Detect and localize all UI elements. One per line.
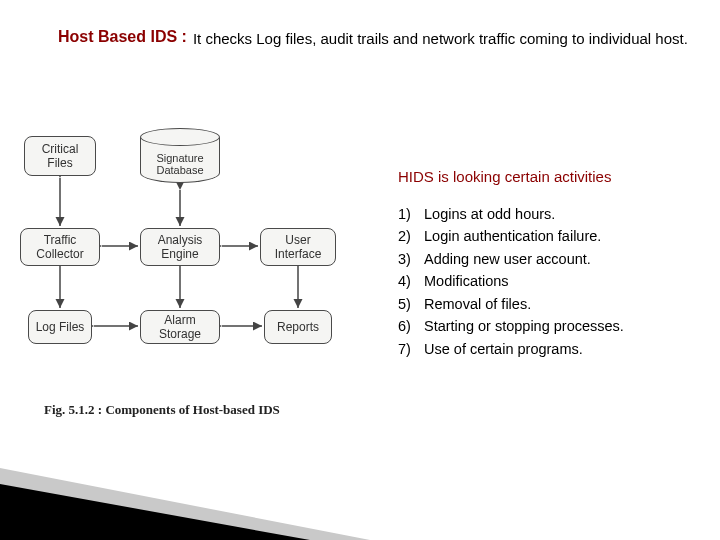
activities-list: 1)Logins at odd hours. 2)Login authentic… — [398, 203, 708, 360]
node-reports: Reports — [264, 310, 332, 344]
list-item: 6)Starting or stopping processes. — [398, 315, 708, 337]
list-item: 7)Use of certain programs. — [398, 338, 708, 360]
node-critical-files: Critical Files — [24, 136, 96, 176]
activities-block: HIDS is looking certain activities 1)Log… — [398, 168, 708, 360]
list-item: 1)Logins at odd hours. — [398, 203, 708, 225]
page-title: Host Based IDS : — [58, 28, 187, 46]
diagram-caption: Fig. 5.1.2 : Components of Host-based ID… — [44, 402, 280, 418]
list-item: 5)Removal of files. — [398, 293, 708, 315]
node-traffic-collector: Traffic Collector — [20, 228, 100, 266]
list-item: 3)Adding new user account. — [398, 248, 708, 270]
list-item: 2)Login authentication failure. — [398, 225, 708, 247]
node-user-interface: User Interface — [260, 228, 336, 266]
activities-heading: HIDS is looking certain activities — [398, 168, 708, 185]
header: Host Based IDS : It checks Log files, au… — [58, 28, 690, 49]
node-alarm-storage: Alarm Storage — [140, 310, 220, 344]
node-signature-database: Signature Database — [140, 128, 220, 188]
decorative-wedge — [0, 484, 310, 540]
node-analysis-engine: Analysis Engine — [140, 228, 220, 266]
node-signature-database-label: Signature Database — [140, 152, 220, 176]
page-description: It checks Log files, audit trails and ne… — [193, 28, 688, 49]
hids-diagram: Critical Files Signature Database Traffi… — [10, 118, 365, 408]
list-item: 4)Modifications — [398, 270, 708, 292]
node-log-files: Log Files — [28, 310, 92, 344]
